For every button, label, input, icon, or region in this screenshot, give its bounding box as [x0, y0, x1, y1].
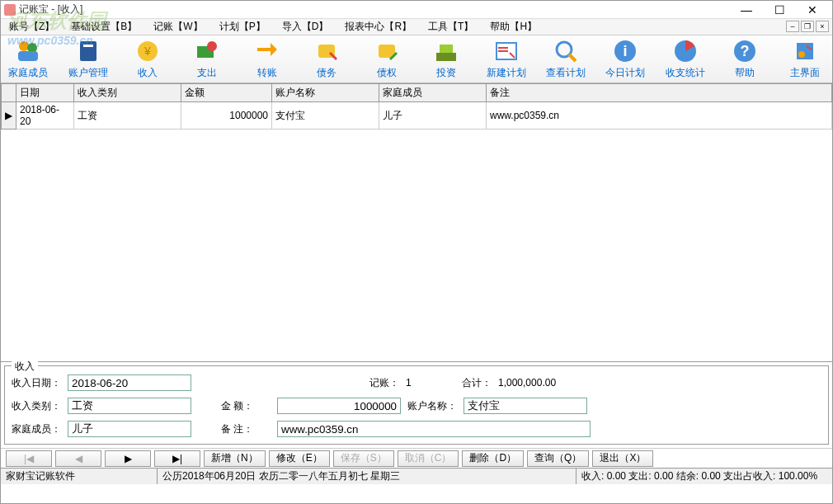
exit-button[interactable]: 退出（X） [592, 450, 653, 467]
label-category: 收入类别： [12, 399, 61, 413]
toolbar-viewplan-label: 查看计划 [546, 66, 586, 80]
status-app: 家财宝记账软件 [1, 469, 158, 484]
toolbar-expense-label: 支出 [197, 66, 217, 80]
col-date[interactable]: 日期 [16, 84, 74, 102]
app-icon [4, 4, 16, 16]
toolbar-member-label: 家庭成员 [8, 66, 48, 80]
toolbar-newplan[interactable]: 新建计划 [485, 38, 526, 80]
toolbar-credit[interactable]: 债权 [366, 38, 407, 80]
svg-point-21 [798, 51, 805, 58]
nav-prev-button[interactable]: ◀ [55, 450, 101, 467]
svg-rect-12 [440, 45, 453, 53]
close-button[interactable]: ✕ [796, 2, 829, 18]
delete-button[interactable]: 删除（D） [462, 450, 524, 467]
mdi-close-icon[interactable]: × [816, 21, 829, 32]
mdi-restore-icon[interactable]: ❐ [801, 21, 814, 32]
toolbar-transfer-label: 转账 [257, 66, 277, 80]
svg-text:i: i [624, 43, 628, 59]
svg-rect-3 [80, 41, 96, 61]
toolbar-account[interactable]: 账户管理 [67, 38, 108, 80]
toolbar-credit-label: 债权 [377, 66, 397, 80]
svg-rect-11 [436, 53, 456, 61]
menu-basic[interactable]: 基础设置【B】 [68, 20, 140, 34]
svg-text:?: ? [741, 43, 750, 59]
toolbar-member[interactable]: 家庭成员 [7, 38, 49, 80]
toolbar-income[interactable]: ¥收入 [127, 38, 168, 80]
nav-first-button[interactable]: |◀ [6, 450, 52, 467]
input-member[interactable] [68, 421, 191, 437]
query-button[interactable]: 查询（Q） [527, 450, 589, 467]
toolbar-debt-label: 债务 [317, 66, 336, 80]
label-account: 账户名称： [407, 399, 457, 413]
col-amount[interactable]: 金额 [181, 84, 272, 102]
col-remark[interactable]: 备注 [487, 84, 832, 102]
toolbar-account-label: 账户管理 [68, 66, 108, 80]
menu-import[interactable]: 导入【D】 [279, 20, 332, 34]
label-amount: 金 额： [221, 399, 271, 413]
cell-account[interactable]: 支付宝 [272, 102, 379, 130]
statusbar: 家财宝记账软件 公历2018年06月20日 农历二零一八年五月初七 星期三 收入… [1, 468, 832, 484]
toolbar-todayplan[interactable]: i今日计划 [605, 38, 646, 80]
cancel-button[interactable]: 取消（C） [398, 450, 459, 467]
menu-report[interactable]: 报表中心【R】 [341, 20, 415, 34]
nav-next-button[interactable]: ▶ [105, 450, 151, 467]
input-account[interactable] [464, 398, 587, 414]
status-summary: 收入: 0.00 支出: 0.00 结余: 0.00 支出占收入: 100.00… [577, 469, 832, 484]
toolbar-debt[interactable]: 债务 [306, 38, 347, 80]
toolbar-help[interactable]: ?帮助 [724, 38, 765, 80]
value-total: 1,000,000.00 [498, 377, 556, 389]
label-total: 合计： [462, 376, 492, 390]
grid-corner [2, 84, 16, 102]
nav-last-button[interactable]: ▶| [154, 450, 200, 467]
table-row[interactable]: ▶ 2018-06-20 工资 1000000 支付宝 儿子 www.pc035… [2, 102, 832, 130]
svg-point-8 [207, 41, 217, 51]
cell-amount[interactable]: 1000000 [181, 102, 272, 130]
input-amount[interactable] [277, 398, 401, 414]
label-member: 家庭成员： [12, 422, 61, 436]
label-date: 收入日期： [12, 376, 61, 390]
menu-help[interactable]: 帮助【H】 [487, 20, 540, 34]
toolbar-expense[interactable]: 支出 [186, 38, 228, 80]
save-button[interactable]: 保存（S） [333, 450, 394, 467]
input-date[interactable] [68, 374, 191, 391]
cell-date[interactable]: 2018-06-20 [16, 102, 74, 130]
maximize-button[interactable]: ☐ [763, 2, 796, 18]
toolbar-newplan-label: 新建计划 [487, 66, 526, 80]
value-count: 1 [406, 377, 455, 389]
menubar: 账号【Z】 基础设置【B】 记账【W】 计划【P】 导入【D】 报表中心【R】 … [1, 19, 832, 35]
toolbar-invest-label: 投资 [436, 66, 456, 80]
menu-record[interactable]: 记账【W】 [150, 20, 205, 34]
menu-tools[interactable]: 工具【T】 [425, 20, 477, 34]
col-category[interactable]: 收入类别 [74, 84, 181, 102]
input-remark[interactable] [277, 421, 591, 437]
col-account[interactable]: 账户名称 [272, 84, 379, 102]
cell-remark[interactable]: www.pc0359.cn [487, 102, 832, 130]
svg-text:¥: ¥ [144, 45, 151, 58]
toolbar-stats-label: 收支统计 [666, 66, 705, 80]
input-category[interactable] [68, 398, 191, 414]
svg-point-0 [19, 41, 29, 51]
toolbar-invest[interactable]: 投资 [426, 38, 467, 80]
menu-account[interactable]: 账号【Z】 [6, 20, 58, 34]
svg-rect-4 [83, 45, 93, 47]
cell-category[interactable]: 工资 [74, 102, 181, 130]
toolbar-home[interactable]: 主界面 [784, 38, 825, 80]
row-indicator-icon: ▶ [2, 102, 16, 130]
titlebar: 记账宝 - [收入] — ☐ ✕ [1, 1, 832, 19]
menu-plan[interactable]: 计划【P】 [216, 20, 269, 34]
detail-panel: 收入 收入日期： 记账： 1 合计： 1,000,000.00 收入类别： 金 … [4, 365, 829, 445]
toolbar-transfer[interactable]: 转账 [247, 38, 288, 80]
mdi-minimize-icon[interactable]: – [786, 21, 799, 32]
edit-button[interactable]: 修改（E） [269, 450, 330, 467]
toolbar-stats[interactable]: 收支统计 [665, 38, 706, 80]
data-grid[interactable]: 日期 收入类别 金额 账户名称 家庭成员 备注 ▶ 2018-06-20 工资 … [1, 83, 832, 362]
toolbar-viewplan[interactable]: 查看计划 [545, 38, 586, 80]
toolbar: 家庭成员 账户管理 ¥收入 支出 转账 债务 债权 投资 新建计划 查看计划 i… [1, 35, 832, 83]
minimize-button[interactable]: — [730, 2, 763, 18]
toolbar-home-label: 主界面 [790, 66, 820, 80]
svg-rect-2 [18, 51, 38, 61]
cell-member[interactable]: 儿子 [379, 102, 487, 130]
status-date: 公历2018年06月20日 农历二零一八年五月初七 星期三 [158, 469, 577, 484]
col-member[interactable]: 家庭成员 [379, 84, 487, 102]
add-button[interactable]: 新增（N） [204, 450, 266, 467]
